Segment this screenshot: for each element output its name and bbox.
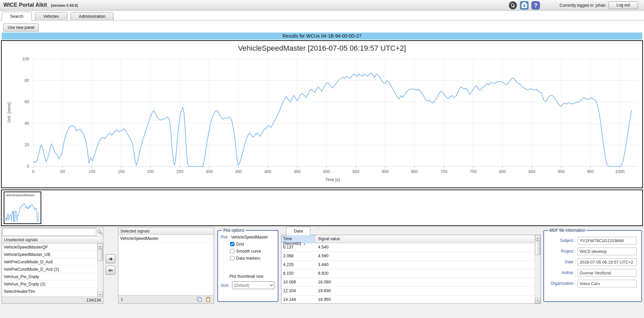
signal-list-item[interactable]: VehPreCondMode_D_Actl (2) bbox=[2, 266, 98, 273]
mdf-field-row: Project : bbox=[546, 248, 639, 256]
mdf-date-field[interactable] bbox=[578, 258, 637, 266]
svg-text:950: 950 bbox=[587, 169, 594, 174]
unselected-signals-header: Unselected signals bbox=[2, 236, 103, 244]
svg-text:700: 700 bbox=[440, 169, 447, 174]
svg-text:Unit: [none]: Unit: [none] bbox=[7, 102, 11, 123]
svg-text:800: 800 bbox=[499, 169, 506, 174]
table-row[interactable]: 12.10419.630 bbox=[281, 287, 535, 296]
svg-text:400: 400 bbox=[264, 169, 271, 174]
move-left-button[interactable]: ⇦ bbox=[106, 266, 115, 275]
speed-line-chart[interactable]: 0501001502002503003504004505005506006507… bbox=[2, 54, 642, 187]
size-label: Size : bbox=[221, 283, 231, 288]
table-row[interactable]: 6.1509.920 bbox=[281, 269, 535, 278]
selected-count: 1 bbox=[121, 297, 123, 302]
svg-text:20: 20 bbox=[24, 143, 29, 147]
tab-search[interactable]: Search bbox=[2, 12, 32, 21]
selected-signals-header: Selected signals bbox=[118, 228, 214, 235]
paste-icon[interactable] bbox=[205, 297, 211, 302]
use-new-panel-button[interactable]: Use new panel bbox=[3, 23, 39, 32]
svg-text:600: 600 bbox=[382, 169, 389, 174]
table-row[interactable]: 4.2253.440 bbox=[281, 261, 535, 269]
mdf-field-list: Subject :Project :Date :Author :Organiza… bbox=[546, 237, 639, 288]
grid-option: Grid bbox=[230, 242, 276, 247]
svg-text:500: 500 bbox=[323, 169, 330, 174]
scrollbar-thumb[interactable] bbox=[535, 241, 540, 255]
scroll-down-icon[interactable]: ▼ bbox=[535, 298, 540, 303]
signal-value-cell: 4.560 bbox=[318, 254, 328, 258]
svg-text:60: 60 bbox=[24, 100, 29, 104]
mdf-field-row: Organization : bbox=[546, 280, 639, 288]
signal-list-item[interactable]: VehicleSpeedMaster_UB bbox=[2, 251, 98, 258]
mdf-author-field[interactable] bbox=[578, 269, 637, 277]
svg-text:50: 50 bbox=[60, 169, 65, 174]
data-table-rows: 0.1374.5402.0684.5604.2253.4406.1509.920… bbox=[281, 243, 535, 304]
smooth-curve-checkbox[interactable] bbox=[230, 249, 234, 253]
logout-button[interactable]: Log out bbox=[608, 1, 638, 9]
plot-preview-strip: VehicleSpeedMaster bbox=[1, 190, 643, 226]
signal-search-input[interactable] bbox=[2, 228, 96, 236]
move-right-button[interactable]: ➔ bbox=[106, 254, 115, 263]
mdf-field-label: Organization : bbox=[550, 281, 576, 286]
wice-portal-window: WICE Portal Alkit (version 2.43.0) bbox=[0, 0, 644, 318]
table-row[interactable]: 14.14418.950 bbox=[281, 296, 535, 304]
signal-list-item[interactable]: VehAux_Pw_Dsply bbox=[2, 273, 98, 280]
plot-thumbnail-label: VehicleSpeedMaster bbox=[5, 193, 35, 197]
signal-list-item[interactable]: VehicleSpeedMasterQF bbox=[2, 244, 98, 251]
checkbox-label: Data markers bbox=[236, 256, 260, 261]
plot-options-legend: Plot options bbox=[222, 228, 246, 233]
time-cell: 10.089 bbox=[283, 280, 313, 284]
time-cell: 12.104 bbox=[283, 288, 313, 293]
thumbnail-size-select[interactable]: (Default) bbox=[232, 281, 274, 289]
unselected-signals-panel: Unselected signals VehicleSpeedMasterQFV… bbox=[2, 227, 103, 304]
data-panel: Data Time [Seconds]▲ Signal value 0.1374… bbox=[281, 227, 541, 304]
signal-count: 134/134 bbox=[87, 298, 101, 303]
download-icon[interactable] bbox=[520, 1, 529, 10]
signal-list-item[interactable]: VehAux_Pw_Dsply (2) bbox=[2, 280, 98, 288]
tab-vehicles[interactable]: Vehicles bbox=[35, 12, 67, 21]
chart-title: VehicleSpeedMaster [2016-07-05 06:19:57 … bbox=[2, 44, 642, 53]
tab-data[interactable]: Data bbox=[286, 227, 310, 235]
plot-thumbnail[interactable]: VehicleSpeedMaster bbox=[4, 192, 41, 224]
table-row[interactable]: 10.08916.080 bbox=[281, 278, 535, 287]
mdf-field-row: Subject : bbox=[546, 237, 639, 245]
svg-text:300: 300 bbox=[206, 169, 213, 174]
table-row[interactable]: 0.1374.540 bbox=[281, 243, 535, 252]
data-table: Time [Seconds]▲ Signal value 0.1374.5402… bbox=[281, 235, 541, 304]
grid-checkbox[interactable] bbox=[230, 242, 234, 246]
scrollbar-thumb[interactable] bbox=[98, 249, 103, 261]
svg-text:850: 850 bbox=[528, 169, 535, 174]
scroll-up-icon[interactable]: ▲ bbox=[98, 244, 103, 249]
signal-value-cell: 18.950 bbox=[318, 297, 331, 302]
mdf-organization-field[interactable] bbox=[578, 280, 637, 287]
svg-text:750: 750 bbox=[470, 169, 477, 174]
notification-bell-icon[interactable] bbox=[508, 1, 517, 10]
signal-list-item[interactable]: VehPreCondMode_D_Actl bbox=[2, 258, 98, 266]
data-scrollbar[interactable]: ▲ ▼ bbox=[535, 235, 540, 303]
table-row[interactable]: 2.0684.560 bbox=[281, 252, 535, 261]
mdf-project-field[interactable] bbox=[578, 248, 637, 255]
column-header-time[interactable]: Time [Seconds]▲ bbox=[281, 235, 315, 243]
mdf-field-row: Author : bbox=[546, 269, 639, 277]
selected-signals-list: VehicleSpeedMaster bbox=[118, 235, 214, 296]
checkbox-label: Smooth curve bbox=[236, 249, 261, 254]
svg-text:1000: 1000 bbox=[615, 169, 625, 174]
svg-text:?: ? bbox=[534, 2, 537, 9]
signal-list-item[interactable]: SelectHeaterTlm bbox=[2, 288, 98, 295]
svg-text:0: 0 bbox=[32, 169, 35, 174]
help-icon[interactable]: ? bbox=[531, 1, 540, 10]
mdf-subject-field[interactable] bbox=[578, 237, 637, 245]
unselected-scrollbar[interactable]: ▲ ▼ bbox=[97, 244, 103, 297]
selected-signal-item[interactable]: VehicleSpeedMaster bbox=[118, 235, 214, 242]
column-header-signal-value[interactable]: Signal value bbox=[315, 235, 535, 243]
bottom-section: ····· Unselected signals VehicleSpeedMas… bbox=[0, 226, 644, 318]
data-markers-checkbox[interactable] bbox=[230, 256, 234, 260]
copy-icon[interactable] bbox=[197, 297, 202, 302]
time-cell: 6.150 bbox=[283, 271, 313, 276]
plot-options-fieldset: Plot options Plot : VehicleSpeedMaster G… bbox=[217, 228, 278, 302]
plot-label: Plot : bbox=[221, 235, 230, 240]
signal-search-row bbox=[2, 228, 103, 236]
search-icon[interactable] bbox=[97, 229, 103, 235]
tab-administration[interactable]: Administration bbox=[70, 12, 114, 21]
mdf-field-label: Project : bbox=[561, 249, 576, 254]
scroll-up-icon[interactable]: ▲ bbox=[535, 235, 540, 241]
